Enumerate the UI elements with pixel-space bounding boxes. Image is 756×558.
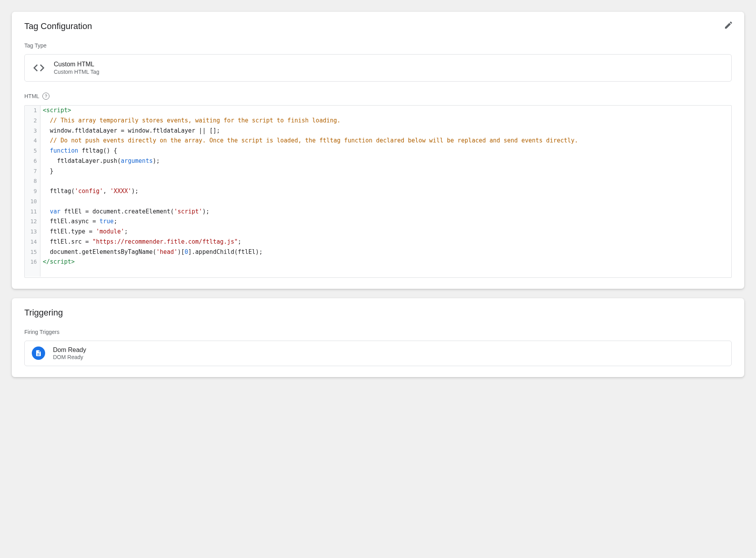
code-content: ftlEl.async = true; (40, 217, 731, 227)
trigger-subtitle: DOM Ready (53, 354, 86, 360)
code-line: 12 ftlEl.async = true; (25, 217, 731, 227)
help-icon[interactable]: ? (42, 93, 49, 100)
trigger-texts: Dom Ready DOM Ready (53, 346, 86, 360)
code-content: window.ftldataLayer = window.ftldataLaye… (40, 126, 731, 136)
code-content: <script> (40, 106, 731, 116)
code-content: ftldataLayer.push(arguments); (40, 156, 731, 166)
code-line: 4 // Do not push events directly on the … (25, 136, 731, 146)
firing-trigger-item[interactable]: Dom Ready DOM Ready (24, 341, 732, 366)
code-content: // This array temporarily stores events,… (40, 116, 731, 126)
tag-type-label: Tag Type (24, 42, 732, 49)
code-line: 2 // This array temporarily stores event… (25, 116, 731, 126)
line-number: 4 (25, 136, 40, 146)
code-line: 8 (25, 176, 731, 186)
line-number: 14 (25, 237, 40, 247)
code-line: 5 function ftltag() { (25, 146, 731, 156)
code-content: document.getElementsByTagName('head')[0]… (40, 247, 731, 257)
html-label: HTML (24, 93, 39, 99)
line-number: 9 (25, 186, 40, 197)
tag-type-texts: Custom HTML Custom HTML Tag (54, 61, 99, 75)
line-number: 13 (25, 227, 40, 237)
line-number: 10 (25, 197, 40, 207)
trigger-title: Dom Ready (53, 346, 86, 354)
code-line: 13 ftlEl.type = 'module'; (25, 227, 731, 237)
code-content (40, 176, 731, 186)
tag-type-title: Custom HTML (54, 61, 99, 68)
code-content: function ftltag() { (40, 146, 731, 156)
code-content: var ftlEl = document.createElement('scri… (40, 207, 731, 217)
code-content: </script> (40, 257, 731, 267)
code-content: // Do not push events directly on the ar… (40, 136, 731, 146)
custom-html-icon (32, 61, 46, 75)
triggering-card: Triggering Firing Triggers Dom Ready DOM… (12, 298, 744, 377)
code-content: ftlEl.type = 'module'; (40, 227, 731, 237)
code-line: 16</script> (25, 257, 731, 267)
line-number: 16 (25, 257, 40, 267)
line-number: 8 (25, 176, 40, 186)
line-number: 15 (25, 247, 40, 257)
html-code-editor[interactable]: 1<script>2 // This array temporarily sto… (24, 105, 732, 278)
code-line: 15 document.getElementsByTagName('head')… (25, 247, 731, 257)
code-line: 7 } (25, 166, 731, 177)
line-number: 6 (25, 156, 40, 166)
code-content: ftltag('config', 'XXXX'); (40, 186, 731, 197)
code-line: 11 var ftlEl = document.createElement('s… (25, 207, 731, 217)
line-number: 11 (25, 207, 40, 217)
code-line: 14 ftlEl.src = "https://recommender.fitl… (25, 237, 731, 247)
triggering-title: Triggering (24, 308, 732, 318)
edit-pencil-icon[interactable] (724, 20, 733, 30)
code-line: 3 window.ftldataLayer = window.ftldataLa… (25, 126, 731, 136)
tag-type-selector[interactable]: Custom HTML Custom HTML Tag (24, 54, 732, 82)
dom-ready-icon (32, 346, 45, 360)
code-line: 6 ftldataLayer.push(arguments); (25, 156, 731, 166)
line-number: 12 (25, 217, 40, 227)
tag-configuration-card: Tag Configuration Tag Type Custom HTML C… (12, 12, 744, 289)
code-line: 1<script> (25, 106, 731, 116)
firing-triggers-label: Firing Triggers (24, 329, 732, 335)
line-number: 1 (25, 106, 40, 116)
code-content: } (40, 166, 731, 177)
code-line: 10 (25, 197, 731, 207)
line-number: 7 (25, 166, 40, 177)
code-content (40, 197, 731, 207)
tag-type-subtitle: Custom HTML Tag (54, 69, 99, 75)
line-number: 2 (25, 116, 40, 126)
tag-configuration-title: Tag Configuration (24, 21, 732, 31)
line-number: 5 (25, 146, 40, 156)
html-label-row: HTML ? (24, 93, 732, 100)
code-content: ftlEl.src = "https://recommender.fitle.c… (40, 237, 731, 247)
line-number: 3 (25, 126, 40, 136)
code-line: 9 ftltag('config', 'XXXX'); (25, 186, 731, 197)
